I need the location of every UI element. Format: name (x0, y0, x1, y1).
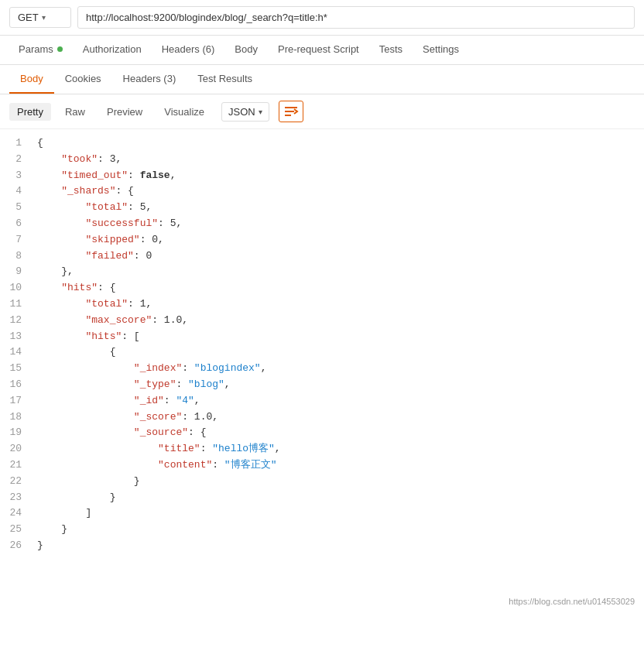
tab-headers[interactable]: Headers (6) (152, 36, 224, 64)
tab-tests[interactable]: Tests (370, 36, 412, 64)
tab-cookies[interactable]: Cookies (54, 65, 112, 94)
tab-prerequest[interactable]: Pre-request Script (269, 36, 368, 64)
line-numbers: 12345 678910 1112131415 1617181920 21222… (0, 135, 31, 587)
url-bar: GET ▾ (0, 0, 644, 36)
format-selector[interactable]: JSON ▾ (221, 102, 269, 122)
watermark-text: https://blog.csdn.net/u014553029 (509, 597, 635, 606)
tab-authorization[interactable]: Authorization (74, 36, 151, 64)
sub-tab-visualize-label: Visualize (164, 106, 204, 118)
params-dot (57, 46, 63, 52)
body-toolbar: Pretty Raw Preview Visualize JSON ▾ (0, 94, 644, 129)
tab-cookies-label: Cookies (65, 73, 101, 84)
sub-tab-pretty-label: Pretty (17, 106, 43, 118)
sub-tab-visualize[interactable]: Visualize (156, 103, 212, 121)
tab-body-label: Body (235, 43, 258, 55)
format-label: JSON (228, 106, 255, 118)
wrap-icon (283, 104, 299, 118)
json-response-body: 12345 678910 1112131415 1617181920 21222… (0, 129, 644, 594)
tab-body[interactable]: Body (225, 36, 267, 64)
method-label: GET (18, 12, 39, 23)
tab-response-headers-label: Headers (3) (123, 73, 176, 84)
sub-tab-raw-label: Raw (65, 106, 85, 118)
tab-response-body-label: Body (20, 73, 43, 84)
sub-tab-raw[interactable]: Raw (57, 103, 93, 121)
tab-test-results-label: Test Results (197, 73, 252, 84)
tab-settings[interactable]: Settings (413, 36, 468, 64)
tab-prerequest-label: Pre-request Script (278, 43, 359, 55)
sub-tab-preview[interactable]: Preview (99, 103, 150, 121)
format-chevron: ▾ (259, 108, 262, 116)
json-code: { "took": 3, "timed_out": false, "_shard… (31, 135, 644, 587)
sub-tab-preview-label: Preview (107, 106, 142, 118)
method-chevron: ▾ (42, 13, 46, 22)
method-selector[interactable]: GET ▾ (9, 7, 71, 28)
tab-tests-label: Tests (379, 43, 402, 55)
sub-tab-pretty[interactable]: Pretty (9, 103, 51, 121)
tab-headers-label: Headers (6) (162, 43, 215, 55)
response-tab-bar: Body Cookies Headers (3) Test Results (0, 65, 644, 94)
tab-settings-label: Settings (423, 43, 459, 55)
url-input[interactable] (77, 6, 635, 29)
watermark: https://blog.csdn.net/u014553029 (0, 594, 644, 612)
tab-params-label: Params (19, 43, 53, 55)
tab-test-results[interactable]: Test Results (187, 65, 263, 94)
tab-params[interactable]: Params (9, 36, 72, 64)
tab-authorization-label: Authorization (83, 43, 142, 55)
tab-response-body[interactable]: Body (9, 65, 54, 94)
tab-response-headers[interactable]: Headers (3) (112, 65, 187, 94)
wrap-button[interactable] (279, 101, 303, 122)
request-tab-bar: Params Authorization Headers (6) Body Pr… (0, 36, 644, 65)
